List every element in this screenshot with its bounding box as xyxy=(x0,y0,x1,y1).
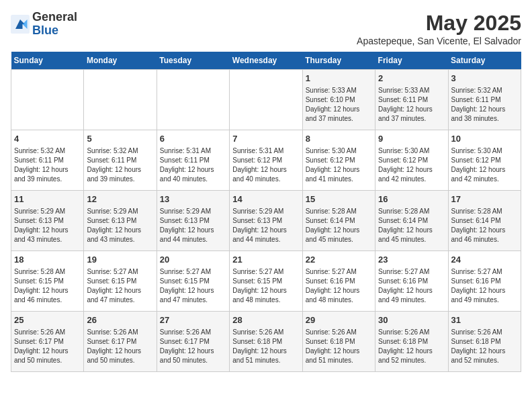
calendar-cell: 11Sunrise: 5:29 AM Sunset: 6:13 PM Dayli… xyxy=(11,191,84,251)
day-info: Sunrise: 5:26 AM Sunset: 6:18 PM Dayligh… xyxy=(232,328,299,365)
calendar-cell: 28Sunrise: 5:26 AM Sunset: 6:18 PM Dayli… xyxy=(230,312,302,372)
calendar-cell: 15Sunrise: 5:28 AM Sunset: 6:14 PM Dayli… xyxy=(302,191,375,251)
day-number: 12 xyxy=(87,193,153,205)
calendar-cell xyxy=(84,70,157,130)
weekday-header-sunday: Sunday xyxy=(11,52,84,70)
calendar-cell: 9Sunrise: 5:30 AM Sunset: 6:12 PM Daylig… xyxy=(375,130,448,191)
day-number: 2 xyxy=(378,73,445,85)
page-header: General Blue May 2025 Apastepeque, San V… xyxy=(11,11,521,46)
day-info: Sunrise: 5:28 AM Sunset: 6:14 PM Dayligh… xyxy=(378,207,445,244)
day-info: Sunrise: 5:28 AM Sunset: 6:14 PM Dayligh… xyxy=(306,207,372,244)
calendar-cell: 21Sunrise: 5:27 AM Sunset: 6:15 PM Dayli… xyxy=(230,251,302,312)
day-info: Sunrise: 5:27 AM Sunset: 6:16 PM Dayligh… xyxy=(378,267,445,305)
day-info: Sunrise: 5:32 AM Sunset: 6:11 PM Dayligh… xyxy=(87,146,153,184)
day-info: Sunrise: 5:27 AM Sunset: 6:15 PM Dayligh… xyxy=(87,267,153,305)
day-number: 17 xyxy=(451,193,518,205)
day-number: 13 xyxy=(160,193,226,205)
day-info: Sunrise: 5:26 AM Sunset: 6:18 PM Dayligh… xyxy=(378,328,445,365)
calendar-week-3: 11Sunrise: 5:29 AM Sunset: 6:13 PM Dayli… xyxy=(11,191,521,251)
calendar-cell: 18Sunrise: 5:28 AM Sunset: 6:15 PM Dayli… xyxy=(11,251,84,312)
calendar-cell: 26Sunrise: 5:26 AM Sunset: 6:17 PM Dayli… xyxy=(84,312,157,372)
calendar-cell: 12Sunrise: 5:29 AM Sunset: 6:13 PM Dayli… xyxy=(84,191,157,251)
day-number: 24 xyxy=(451,254,518,266)
calendar-cell: 22Sunrise: 5:27 AM Sunset: 6:16 PM Dayli… xyxy=(302,251,375,312)
day-info: Sunrise: 5:29 AM Sunset: 6:13 PM Dayligh… xyxy=(87,207,153,244)
calendar-cell: 16Sunrise: 5:28 AM Sunset: 6:14 PM Dayli… xyxy=(375,191,448,251)
calendar-cell: 1Sunrise: 5:33 AM Sunset: 6:10 PM Daylig… xyxy=(302,70,375,130)
day-info: Sunrise: 5:29 AM Sunset: 6:13 PM Dayligh… xyxy=(232,207,299,244)
calendar-cell: 31Sunrise: 5:26 AM Sunset: 6:18 PM Dayli… xyxy=(448,312,521,372)
calendar-cell: 24Sunrise: 5:27 AM Sunset: 6:16 PM Dayli… xyxy=(448,251,521,312)
calendar-cell: 8Sunrise: 5:30 AM Sunset: 6:12 PM Daylig… xyxy=(302,130,375,191)
day-number: 5 xyxy=(87,133,153,145)
day-number: 19 xyxy=(87,254,153,266)
day-info: Sunrise: 5:26 AM Sunset: 6:17 PM Dayligh… xyxy=(160,328,226,365)
location-label: Apastepeque, San Vicente, El Salvador xyxy=(357,36,521,46)
calendar-cell: 3Sunrise: 5:32 AM Sunset: 6:11 PM Daylig… xyxy=(448,70,521,130)
calendar-week-1: 1Sunrise: 5:33 AM Sunset: 6:10 PM Daylig… xyxy=(11,70,521,130)
weekday-header-thursday: Thursday xyxy=(302,52,375,70)
day-number: 15 xyxy=(306,193,372,205)
day-info: Sunrise: 5:33 AM Sunset: 6:11 PM Dayligh… xyxy=(378,86,445,124)
calendar-cell xyxy=(230,70,302,130)
calendar-cell: 13Sunrise: 5:29 AM Sunset: 6:13 PM Dayli… xyxy=(157,191,229,251)
day-number: 22 xyxy=(306,254,372,266)
logo-general-text: General xyxy=(32,10,77,24)
day-info: Sunrise: 5:26 AM Sunset: 6:18 PM Dayligh… xyxy=(451,328,518,365)
calendar-cell: 10Sunrise: 5:30 AM Sunset: 6:12 PM Dayli… xyxy=(448,130,521,191)
weekday-header-tuesday: Tuesday xyxy=(157,52,229,70)
calendar-cell: 17Sunrise: 5:28 AM Sunset: 6:14 PM Dayli… xyxy=(448,191,521,251)
day-info: Sunrise: 5:32 AM Sunset: 6:11 PM Dayligh… xyxy=(451,86,518,124)
calendar-cell: 23Sunrise: 5:27 AM Sunset: 6:16 PM Dayli… xyxy=(375,251,448,312)
calendar-cell: 27Sunrise: 5:26 AM Sunset: 6:17 PM Dayli… xyxy=(157,312,229,372)
day-info: Sunrise: 5:31 AM Sunset: 6:12 PM Dayligh… xyxy=(232,146,299,184)
calendar-cell: 19Sunrise: 5:27 AM Sunset: 6:15 PM Dayli… xyxy=(84,251,157,312)
day-number: 23 xyxy=(378,254,445,266)
day-number: 30 xyxy=(378,314,445,326)
calendar-cell: 30Sunrise: 5:26 AM Sunset: 6:18 PM Dayli… xyxy=(375,312,448,372)
calendar-cell: 6Sunrise: 5:31 AM Sunset: 6:11 PM Daylig… xyxy=(157,130,229,191)
day-number: 16 xyxy=(378,193,445,205)
calendar-cell: 4Sunrise: 5:32 AM Sunset: 6:11 PM Daylig… xyxy=(11,130,84,191)
calendar-cell xyxy=(11,70,84,130)
logo: General Blue xyxy=(11,11,77,38)
logo-blue-text: Blue xyxy=(32,24,58,37)
weekday-header-row: SundayMondayTuesdayWednesdayThursdayFrid… xyxy=(11,52,521,70)
logo-icon xyxy=(11,15,30,34)
calendar-week-5: 25Sunrise: 5:26 AM Sunset: 6:17 PM Dayli… xyxy=(11,312,521,372)
day-number: 7 xyxy=(232,133,299,145)
day-number: 18 xyxy=(14,254,81,266)
title-block: May 2025 Apastepeque, San Vicente, El Sa… xyxy=(357,11,521,46)
day-info: Sunrise: 5:27 AM Sunset: 6:15 PM Dayligh… xyxy=(160,267,226,305)
day-info: Sunrise: 5:30 AM Sunset: 6:12 PM Dayligh… xyxy=(306,146,372,184)
calendar-cell: 25Sunrise: 5:26 AM Sunset: 6:17 PM Dayli… xyxy=(11,312,84,372)
day-info: Sunrise: 5:26 AM Sunset: 6:18 PM Dayligh… xyxy=(306,328,372,365)
day-info: Sunrise: 5:29 AM Sunset: 6:13 PM Dayligh… xyxy=(14,207,81,244)
calendar-cell: 5Sunrise: 5:32 AM Sunset: 6:11 PM Daylig… xyxy=(84,130,157,191)
day-info: Sunrise: 5:31 AM Sunset: 6:11 PM Dayligh… xyxy=(160,146,226,184)
day-info: Sunrise: 5:26 AM Sunset: 6:17 PM Dayligh… xyxy=(87,328,153,365)
day-info: Sunrise: 5:30 AM Sunset: 6:12 PM Dayligh… xyxy=(451,146,518,184)
day-info: Sunrise: 5:27 AM Sunset: 6:16 PM Dayligh… xyxy=(306,267,372,305)
day-number: 9 xyxy=(378,133,445,145)
day-number: 11 xyxy=(14,193,81,205)
calendar-week-2: 4Sunrise: 5:32 AM Sunset: 6:11 PM Daylig… xyxy=(11,130,521,191)
day-info: Sunrise: 5:28 AM Sunset: 6:14 PM Dayligh… xyxy=(451,207,518,244)
day-number: 8 xyxy=(306,133,372,145)
calendar-cell: 7Sunrise: 5:31 AM Sunset: 6:12 PM Daylig… xyxy=(230,130,302,191)
day-info: Sunrise: 5:28 AM Sunset: 6:15 PM Dayligh… xyxy=(14,267,81,305)
day-number: 3 xyxy=(451,73,518,85)
day-number: 20 xyxy=(160,254,226,266)
day-info: Sunrise: 5:26 AM Sunset: 6:17 PM Dayligh… xyxy=(14,328,81,365)
calendar-week-4: 18Sunrise: 5:28 AM Sunset: 6:15 PM Dayli… xyxy=(11,251,521,312)
month-year-title: May 2025 xyxy=(357,11,521,36)
day-number: 21 xyxy=(232,254,299,266)
day-number: 25 xyxy=(14,314,81,326)
day-number: 14 xyxy=(232,193,299,205)
weekday-header-saturday: Saturday xyxy=(448,52,521,70)
day-info: Sunrise: 5:30 AM Sunset: 6:12 PM Dayligh… xyxy=(378,146,445,184)
calendar-cell: 20Sunrise: 5:27 AM Sunset: 6:15 PM Dayli… xyxy=(157,251,229,312)
day-info: Sunrise: 5:27 AM Sunset: 6:15 PM Dayligh… xyxy=(232,267,299,305)
calendar-cell: 29Sunrise: 5:26 AM Sunset: 6:18 PM Dayli… xyxy=(302,312,375,372)
weekday-header-wednesday: Wednesday xyxy=(230,52,302,70)
